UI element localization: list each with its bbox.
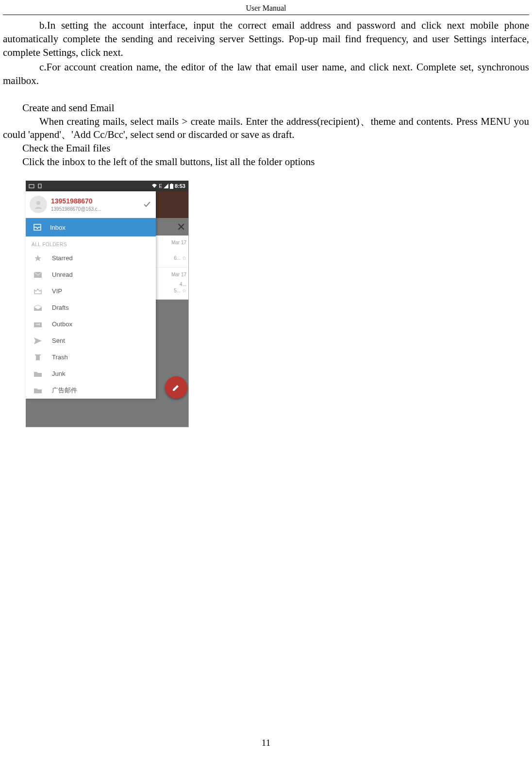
- svg-rect-0: [29, 185, 34, 188]
- network-label: E: [159, 183, 162, 189]
- account-name: 13951988670: [51, 197, 142, 206]
- folder-label: Outbox: [52, 320, 72, 328]
- folder-label: Starred: [52, 254, 73, 262]
- signal-icon: [164, 184, 168, 188]
- folder-outbox[interactable]: Outbox: [26, 316, 156, 333]
- folder-inbox[interactable]: Inbox: [26, 218, 156, 236]
- folder-starred[interactable]: Starred: [26, 250, 156, 267]
- folder-sent[interactable]: Sent: [26, 333, 156, 349]
- header-title: User Manual: [246, 4, 286, 12]
- close-icon[interactable]: ✕: [177, 220, 185, 234]
- mail-list-peek: ✕ Mar 17 6... ☆ Mar 17 4... 5... ☆: [155, 218, 188, 300]
- crown-icon: [33, 288, 42, 295]
- notif-icon-2: [37, 183, 42, 189]
- folder-label: 广告邮件: [52, 386, 77, 394]
- account-email: 13951988670@163.c...: [51, 206, 142, 212]
- mail-tail-1: 6... ☆: [157, 255, 186, 261]
- wifi-icon: [151, 184, 157, 188]
- person-icon: [33, 199, 44, 210]
- paragraph-b: b.In setting the account interface, inpu…: [3, 19, 529, 60]
- avatar: [30, 196, 47, 213]
- compose-fab[interactable]: [165, 376, 187, 399]
- svg-rect-2: [170, 184, 173, 189]
- nav-drawer: 13951988670 13951988670@163.c... Inbox A…: [26, 191, 156, 398]
- sent-icon: [33, 337, 42, 344]
- status-right: E 8:53: [151, 183, 185, 190]
- mail-date-1: Mar 17: [157, 239, 186, 246]
- drawer-account-row[interactable]: 13951988670 13951988670@163.c...: [26, 191, 156, 218]
- svg-point-4: [36, 201, 40, 205]
- star-icon: [33, 254, 42, 262]
- folder-unread[interactable]: Unread: [26, 267, 156, 283]
- heading-check-files: Check the Email files: [3, 142, 529, 155]
- svg-rect-7: [34, 322, 42, 327]
- page-footer: 11: [0, 738, 532, 748]
- drafts-icon: [33, 305, 42, 311]
- page-number: 11: [262, 738, 270, 748]
- paragraph-check: Click the inbox to the left of the small…: [3, 155, 529, 169]
- mail-date-2: Mar 17: [157, 271, 186, 278]
- document-content: b.In setting the account interface, inpu…: [0, 15, 532, 427]
- svg-rect-1: [38, 184, 41, 188]
- folder-label: Unread: [52, 270, 73, 279]
- inbox-icon: [33, 224, 41, 231]
- trash-icon: [33, 354, 42, 361]
- mail-row-1[interactable]: Mar 17 6... ☆: [155, 236, 188, 268]
- mail-icon: [33, 272, 42, 278]
- status-left: [29, 183, 42, 189]
- folder-trash[interactable]: Trash: [26, 349, 156, 366]
- status-bar: E 8:53: [26, 181, 188, 191]
- inbox-label: Inbox: [50, 223, 66, 232]
- folder-ad-mail[interactable]: 广告邮件: [26, 382, 156, 399]
- folder-label: Trash: [52, 353, 68, 361]
- mail-tail-2b: 5... ☆: [157, 287, 186, 294]
- svg-rect-9: [35, 354, 41, 355]
- folder-vip[interactable]: VIP: [26, 283, 156, 300]
- paragraph-c: c.For account creation name, the editor …: [3, 61, 529, 88]
- folder-label: Junk: [52, 370, 65, 378]
- paragraph-create: When creating mails, select mails > crea…: [3, 115, 529, 142]
- battery-icon: [170, 184, 173, 189]
- folder-icon: [33, 371, 42, 377]
- phone-screenshot: E 8:53 ✕ Mar 17 6... ☆ Mar 17 4... 5..: [26, 181, 189, 427]
- folder-drafts[interactable]: Drafts: [26, 300, 156, 316]
- account-text: 13951988670 13951988670@163.c...: [51, 197, 142, 212]
- folder-label: VIP: [52, 287, 62, 295]
- folder-icon: [33, 387, 42, 393]
- folder-label: Sent: [52, 336, 65, 345]
- check-icon: [142, 200, 152, 209]
- mail-tail-2a: 4...: [157, 281, 186, 287]
- outbox-icon: [33, 321, 42, 327]
- folder-label: Drafts: [52, 303, 69, 312]
- svg-rect-8: [36, 355, 40, 360]
- pencil-icon: [172, 383, 181, 392]
- page-header: User Manual: [0, 0, 532, 13]
- svg-rect-3: [171, 184, 172, 184]
- clock-label: 8:53: [175, 183, 185, 190]
- heading-create-send: Create and send Email: [3, 101, 529, 115]
- notif-icon-1: [29, 183, 34, 189]
- mail-row-2[interactable]: Mar 17 4... 5... ☆: [155, 268, 188, 300]
- section-all-folders: ALL FOLDERS: [26, 236, 156, 250]
- folder-junk[interactable]: Junk: [26, 366, 156, 382]
